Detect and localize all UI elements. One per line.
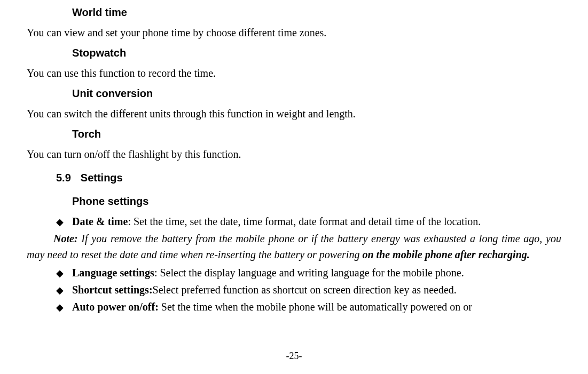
bullet-language-settings: ◆Language settings: Select the display l…: [56, 265, 561, 281]
section-settings: 5.9Settings: [56, 170, 561, 186]
note-block: Note: If you remove the battery from the…: [0, 230, 561, 262]
body-unit-conversion: You can switch the different units throu…: [27, 106, 561, 122]
note-emphasis: on the mobile phone after recharging.: [362, 249, 529, 260]
heading-world-time: World time: [72, 4, 561, 20]
diamond-bullet-icon: ◆: [56, 300, 72, 315]
bullet-text: Set the time when the mobile phone will …: [159, 301, 472, 313]
heading-unit-conversion: Unit conversion: [72, 85, 561, 101]
note-label: Note:: [53, 233, 78, 244]
section-title: Settings: [81, 172, 123, 184]
diamond-bullet-icon: ◆: [56, 215, 72, 229]
bullet-label: Shortcut settings:: [72, 284, 153, 296]
bullet-text: Select preferred function as shortcut on…: [153, 284, 457, 296]
heading-torch: Torch: [72, 126, 561, 142]
bullet-shortcut-settings: ◆Shortcut settings:Select preferred func…: [56, 282, 561, 298]
section-number: 5.9: [56, 172, 71, 184]
bullet-date-time: ◆Date & time: Set the time, set the date…: [56, 213, 561, 229]
bullet-text: : Select the display language and writin…: [154, 267, 464, 278]
heading-stopwatch: Stopwatch: [72, 45, 561, 61]
diamond-bullet-icon: ◆: [56, 266, 72, 281]
bullet-auto-power: ◆Auto power on/off: Set the time when th…: [56, 299, 561, 315]
bullet-label: Auto power on/off:: [72, 301, 159, 313]
diamond-bullet-icon: ◆: [56, 283, 72, 298]
bullet-label: Date & time: [72, 216, 128, 227]
heading-phone-settings: Phone settings: [72, 193, 561, 209]
body-world-time: You can view and set your phone time by …: [27, 25, 561, 41]
body-stopwatch: You can use this function to record the …: [27, 65, 561, 81]
bullet-label: Language settings: [72, 267, 154, 278]
bullet-text: : Set the time, set the date, time forma…: [128, 216, 481, 227]
body-torch: You can turn on/off the flashlight by th…: [27, 146, 561, 162]
page-number: -25-: [0, 349, 588, 363]
